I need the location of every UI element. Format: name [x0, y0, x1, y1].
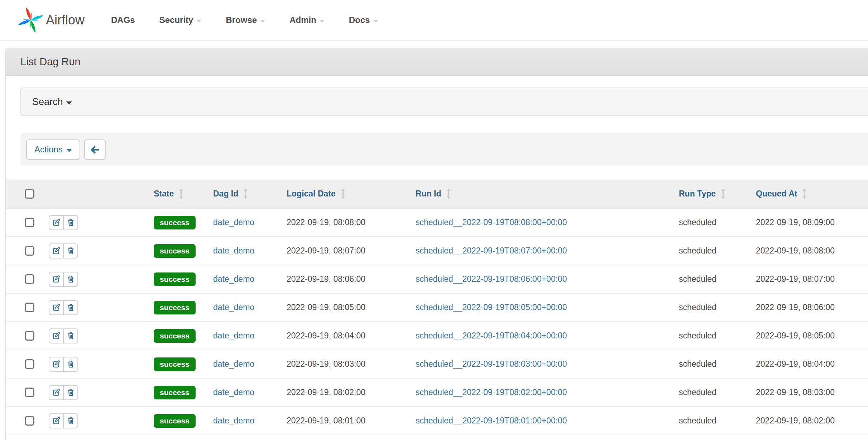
row-checkbox[interactable]	[25, 331, 34, 341]
edit-icon	[52, 303, 61, 312]
edit-button[interactable]	[49, 215, 64, 230]
panel-body: Search Actions	[6, 76, 868, 435]
actions-button[interactable]: Actions	[26, 139, 80, 160]
run-type-cell: scheduled	[676, 322, 753, 350]
run-id-link[interactable]: scheduled__2022-09-19T08:07:00+00:00	[416, 246, 567, 255]
run-id-link[interactable]: scheduled__2022-09-19T08:06:00+00:00	[416, 274, 567, 284]
actions-toolbar: Actions	[20, 133, 868, 166]
queued-at-cell: 2022-09-19, 08:04:00	[753, 350, 868, 378]
edit-icon	[52, 275, 61, 283]
run-id-link[interactable]: scheduled__2022-09-19T08:02:00+00:00	[416, 388, 567, 397]
run-id-link[interactable]: scheduled__2022-09-19T08:04:00+00:00	[416, 331, 567, 340]
queued-at-cell: 2022-09-19, 08:02:00	[753, 407, 868, 435]
run-id-link[interactable]: scheduled__2022-09-19T08:01:00+00:00	[416, 416, 567, 425]
chevron-down-icon	[373, 20, 378, 23]
run-type-cell: scheduled	[676, 265, 753, 293]
delete-button[interactable]	[63, 385, 78, 400]
main-content: List Dag Run Search Actions	[5, 48, 868, 440]
delete-button[interactable]	[63, 413, 78, 428]
trash-icon	[67, 360, 75, 368]
nav-item-admin[interactable]: Admin	[277, 0, 337, 40]
select-all-checkbox[interactable]	[25, 189, 34, 199]
queued-at-cell: 2022-09-19, 08:09:00	[753, 208, 868, 237]
logical-date-cell: 2022-09-19, 08:06:00	[284, 265, 413, 293]
arrow-left-icon	[90, 144, 100, 155]
table-row: success date_demo 2022-09-19, 08:02:00 s…	[6, 378, 868, 407]
run-id-link[interactable]: scheduled__2022-09-19T08:08:00+00:00	[416, 218, 567, 227]
col-header-run-type[interactable]: Run Type	[676, 180, 753, 208]
row-checkbox[interactable]	[25, 303, 34, 312]
delete-button[interactable]	[63, 300, 78, 315]
delete-button[interactable]	[63, 272, 78, 287]
nav-item-docs[interactable]: Docs	[337, 0, 390, 40]
row-checkbox[interactable]	[25, 359, 34, 369]
col-header-state[interactable]: State	[146, 180, 210, 208]
run-id-link[interactable]: scheduled__2022-09-19T08:05:00+00:00	[416, 303, 567, 312]
dag-id-link[interactable]: date_demo	[213, 388, 254, 397]
dag-id-link[interactable]: date_demo	[213, 331, 254, 340]
dag-id-link[interactable]: date_demo	[213, 246, 254, 255]
delete-button[interactable]	[63, 215, 78, 230]
row-actions	[49, 328, 78, 343]
status-badge: success	[154, 301, 196, 314]
col-header-logical-date[interactable]: Logical Date	[284, 180, 413, 208]
row-actions	[49, 385, 78, 400]
row-checkbox[interactable]	[25, 388, 34, 397]
col-header-dag-id[interactable]: Dag Id	[210, 180, 284, 208]
row-actions	[49, 357, 78, 372]
edit-button[interactable]	[49, 243, 64, 259]
col-header-run-id[interactable]: Run Id	[413, 180, 676, 208]
row-checkbox[interactable]	[25, 416, 34, 426]
run-id-link[interactable]: scheduled__2022-09-19T08:03:00+00:00	[416, 359, 567, 369]
status-badge: success	[154, 357, 196, 371]
search-accordion[interactable]: Search	[20, 87, 868, 116]
status-badge: success	[154, 414, 196, 428]
col-header-select	[6, 180, 42, 208]
status-badge: success	[154, 272, 196, 286]
table-body: success date_demo 2022-09-19, 08:08:00 s…	[6, 208, 868, 435]
actions-button-label: Actions	[34, 144, 63, 155]
logical-date-cell: 2022-09-19, 08:04:00	[284, 322, 413, 350]
caret-down-icon	[66, 101, 72, 105]
row-actions	[49, 215, 78, 230]
edit-button[interactable]	[49, 357, 64, 372]
edit-button[interactable]	[49, 300, 64, 315]
navbar: Airflow DAGs Security Browse Admin Docs	[0, 0, 868, 41]
chevron-down-icon	[260, 20, 265, 23]
edit-button[interactable]	[49, 272, 64, 287]
back-button[interactable]	[84, 139, 106, 160]
dag-id-link[interactable]: date_demo	[213, 274, 254, 284]
row-checkbox[interactable]	[25, 246, 34, 256]
logical-date-cell: 2022-09-19, 08:02:00	[284, 378, 413, 407]
edit-icon	[52, 218, 61, 227]
edit-button[interactable]	[49, 328, 64, 343]
dag-id-link[interactable]: date_demo	[213, 218, 254, 227]
nav-item-security[interactable]: Security	[147, 0, 214, 40]
page-title-bar: List Dag Run	[6, 48, 868, 76]
dag-id-link[interactable]: date_demo	[213, 303, 254, 312]
col-header-queued-at[interactable]: Queued At	[753, 180, 868, 208]
table-header-row: State Dag Id L	[6, 180, 868, 208]
edit-button[interactable]	[49, 413, 64, 428]
trash-icon	[67, 332, 75, 340]
dag-id-link[interactable]: date_demo	[213, 416, 254, 425]
edit-button[interactable]	[49, 385, 64, 400]
row-actions	[49, 243, 78, 259]
search-label: Search	[32, 96, 63, 108]
row-checkbox[interactable]	[25, 274, 34, 284]
dag-runs-table: State Dag Id L	[6, 180, 868, 435]
delete-button[interactable]	[63, 243, 78, 259]
nav-item-dags[interactable]: DAGs	[99, 0, 147, 40]
nav-item-browse[interactable]: Browse	[214, 0, 277, 40]
brand-label: Airflow	[46, 13, 85, 28]
queued-at-cell: 2022-09-19, 08:03:00	[753, 378, 868, 407]
airflow-brand[interactable]: Airflow	[16, 6, 85, 34]
delete-button[interactable]	[63, 357, 78, 372]
dag-id-link[interactable]: date_demo	[213, 359, 254, 369]
status-badge: success	[154, 329, 196, 343]
edit-icon	[52, 360, 61, 368]
chevron-down-icon	[196, 20, 201, 23]
row-checkbox[interactable]	[25, 218, 34, 227]
delete-button[interactable]	[63, 328, 78, 343]
trash-icon	[67, 247, 75, 255]
